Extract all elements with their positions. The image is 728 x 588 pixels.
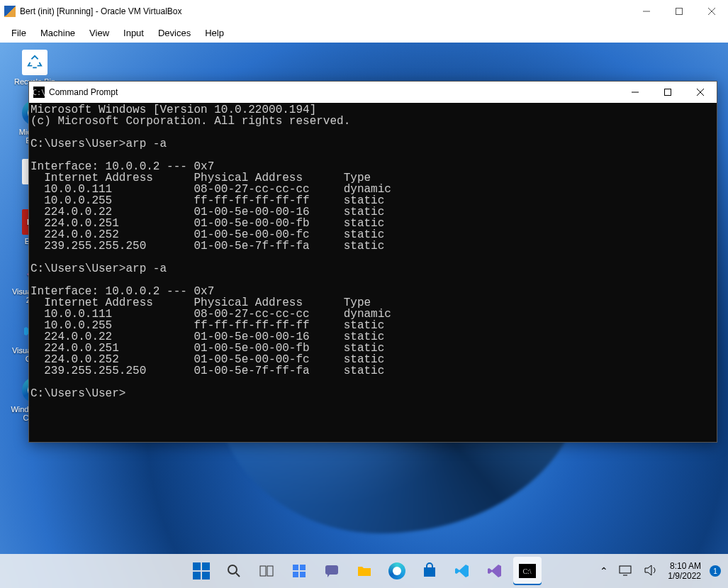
svg-point-8 [228,565,237,574]
svg-rect-16 [325,565,338,575]
menu-devices[interactable]: Devices [151,25,198,41]
svg-line-9 [236,573,240,577]
command-prompt-window[interactable]: C:\ Command Prompt Microsoft Windows [Ve… [28,81,717,443]
taskbar-vscode-button[interactable] [448,557,476,585]
taskbar-chat-button[interactable] [318,557,346,585]
menu-machine[interactable]: Machine [33,25,82,41]
taskbar-widgets-button[interactable] [285,557,313,585]
cmd-minimize-button[interactable] [619,82,651,103]
edge-icon [388,562,405,579]
taskbar-search-button[interactable] [220,557,248,585]
search-icon [225,562,242,579]
taskview-icon [258,562,275,579]
svg-rect-18 [620,566,631,573]
svg-rect-17 [424,567,435,577]
guest-desktop[interactable]: Recycle BinMicrosoft Edge≡batPDFEULA◈Vis… [0,43,728,588]
taskbar-explorer-button[interactable] [350,557,379,585]
svg-rect-5 [665,89,671,96]
svg-rect-13 [300,565,306,570]
cmd-titlebar[interactable]: C:\ Command Prompt [29,82,717,103]
menu-view[interactable]: View [82,25,116,41]
virtualbox-window: Bert (init) [Running] - Oracle VM Virtua… [0,0,728,588]
vscode-icon [454,562,471,579]
widgets-icon [291,562,308,579]
recycle-bin-icon [22,50,47,75]
vbox-close-button[interactable] [695,0,728,23]
cmd-output[interactable]: Microsoft Windows [Version 10.0.22000.19… [29,103,717,442]
vbox-menubar: File Machine View Input Devices Help [0,23,728,43]
taskbar: C:\ ⌃ 8:10 AM 1/9/2022 1 [0,554,728,588]
clock-time: 8:10 AM [668,561,701,571]
notification-badge[interactable]: 1 [710,565,721,577]
cmd-close-button[interactable] [684,82,717,103]
store-icon [421,562,438,579]
taskbar-store-button[interactable] [415,557,444,585]
svg-rect-1 [676,9,683,15]
cmd-maximize-button[interactable] [651,82,684,103]
clock-date: 1/9/2022 [668,571,701,581]
taskbar-cmd-button[interactable]: C:\ [513,557,542,585]
volume-icon[interactable] [642,562,659,581]
taskbar-start-button[interactable] [187,557,215,585]
clock[interactable]: 8:10 AM 1/9/2022 [668,561,701,581]
taskbar-edge-button[interactable] [383,557,411,585]
chat-icon [323,562,340,579]
svg-rect-15 [300,572,306,577]
network-icon[interactable] [617,562,634,581]
virtualbox-icon [4,6,16,17]
system-tray: ⌃ 8:10 AM 1/9/2022 1 [600,561,721,581]
vbox-maximize-button[interactable] [663,0,695,23]
cmd-icon: C:\ [519,564,536,578]
svg-rect-11 [267,566,273,576]
start-icon [193,562,210,579]
svg-marker-20 [645,565,651,575]
vbox-titlebar[interactable]: Bert (init) [Running] - Oracle VM Virtua… [0,0,728,23]
vbox-minimize-button[interactable] [630,0,663,23]
svg-rect-12 [293,565,298,570]
menu-file[interactable]: File [4,25,33,41]
vs-icon [486,562,503,579]
menu-input[interactable]: Input [116,25,151,41]
tray-chevron-icon[interactable]: ⌃ [600,565,608,577]
vbox-title: Bert (init) [Running] - Oracle VM Virtua… [20,6,630,16]
cmd-title: Command Prompt [49,87,619,97]
svg-rect-14 [293,572,298,577]
taskbar-vs-button[interactable] [481,557,509,585]
menu-help[interactable]: Help [198,25,231,41]
svg-rect-10 [260,566,266,576]
taskbar-taskview-button[interactable] [252,557,281,585]
explorer-icon [356,562,373,579]
cmd-icon: C:\ [33,87,45,98]
